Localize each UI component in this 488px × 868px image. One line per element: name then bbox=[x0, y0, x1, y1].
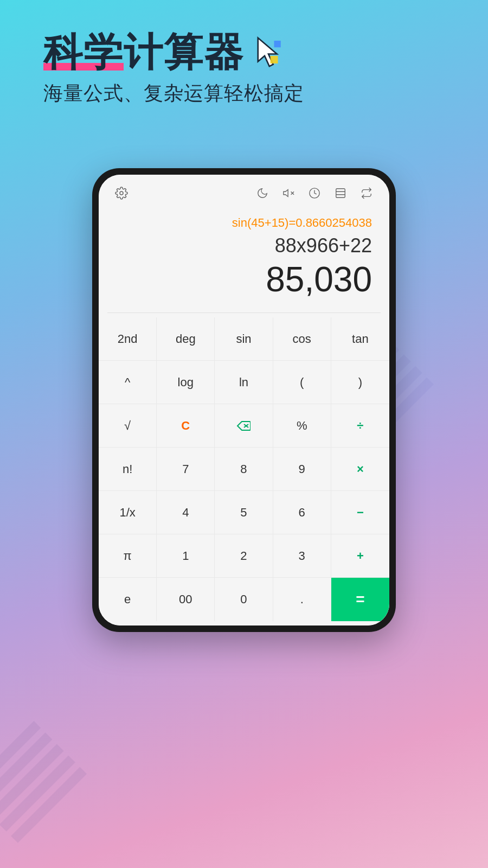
moon-button[interactable] bbox=[255, 186, 270, 201]
prev-result: =0.8660254038 bbox=[288, 216, 372, 229]
key-2nd[interactable]: 2nd bbox=[99, 317, 157, 361]
key-2[interactable]: 2 bbox=[215, 534, 273, 578]
key-1[interactable]: 1 bbox=[157, 534, 215, 578]
top-bar-icons bbox=[255, 186, 374, 201]
phone-mockup: sin(45+15)=0.8660254038 88x966+22 85,030… bbox=[92, 168, 396, 632]
keypad: 2nd deg sin cos tan ^ log ln ( ) bbox=[99, 313, 389, 626]
key-equals[interactable]: = bbox=[331, 578, 389, 621]
key-multiply[interactable]: × bbox=[331, 448, 389, 491]
current-result: 85,030 bbox=[116, 259, 372, 299]
key-close-paren[interactable]: ) bbox=[331, 361, 389, 404]
top-bar bbox=[99, 175, 389, 207]
key-open-paren[interactable]: ( bbox=[273, 361, 331, 404]
key-sqrt[interactable]: √ bbox=[99, 404, 157, 448]
svg-marker-4 bbox=[284, 190, 288, 197]
key-5[interactable]: 5 bbox=[215, 491, 273, 534]
key-row-3: √ C % ÷ bbox=[99, 404, 389, 448]
key-4[interactable]: 4 bbox=[157, 491, 215, 534]
cursor-icon bbox=[249, 33, 287, 71]
key-backspace[interactable] bbox=[215, 404, 273, 448]
key-0[interactable]: 0 bbox=[215, 578, 273, 621]
svg-point-3 bbox=[120, 192, 123, 195]
key-add[interactable]: + bbox=[331, 534, 389, 578]
svg-rect-2 bbox=[274, 41, 281, 47]
key-row-4: n! 7 8 9 × bbox=[99, 448, 389, 491]
header: 科学计算器 海量公式、复杂运算轻松搞定 bbox=[43, 33, 445, 107]
key-clear[interactable]: C bbox=[157, 404, 215, 448]
prev-expression: sin(45+15) bbox=[232, 216, 289, 229]
mute-button[interactable] bbox=[281, 186, 296, 201]
settings-button[interactable] bbox=[114, 186, 129, 201]
history-button[interactable] bbox=[307, 186, 322, 201]
key-ln[interactable]: ln bbox=[215, 361, 273, 404]
key-pi[interactable]: π bbox=[99, 534, 157, 578]
key-row-1: 2nd deg sin cos tan bbox=[99, 317, 389, 361]
key-3[interactable]: 3 bbox=[273, 534, 331, 578]
previous-calculation: sin(45+15)=0.8660254038 bbox=[116, 216, 372, 230]
current-expression: 88x966+22 bbox=[116, 234, 372, 257]
key-log[interactable]: log bbox=[157, 361, 215, 404]
svg-rect-1 bbox=[271, 56, 278, 63]
phone-frame: sin(45+15)=0.8660254038 88x966+22 85,030… bbox=[92, 168, 396, 632]
key-6[interactable]: 6 bbox=[273, 491, 331, 534]
key-cos[interactable]: cos bbox=[273, 317, 331, 361]
key-sin[interactable]: sin bbox=[215, 317, 273, 361]
key-8[interactable]: 8 bbox=[215, 448, 273, 491]
key-deg[interactable]: deg bbox=[157, 317, 215, 361]
key-e[interactable]: e bbox=[99, 578, 157, 621]
key-decimal[interactable]: . bbox=[273, 578, 331, 621]
key-7[interactable]: 7 bbox=[157, 448, 215, 491]
key-double-zero[interactable]: 00 bbox=[157, 578, 215, 621]
key-tan[interactable]: tan bbox=[331, 317, 389, 361]
key-power[interactable]: ^ bbox=[99, 361, 157, 404]
decoration-stripes-left bbox=[0, 715, 130, 803]
swap-button[interactable] bbox=[359, 186, 374, 201]
app-title: 科学计算器 bbox=[43, 33, 244, 72]
key-9[interactable]: 9 bbox=[273, 448, 331, 491]
key-row-2: ^ log ln ( ) bbox=[99, 361, 389, 404]
svg-rect-8 bbox=[336, 189, 345, 198]
key-row-6: π 1 2 3 + bbox=[99, 534, 389, 578]
app-subtitle: 海量公式、复杂运算轻松搞定 bbox=[43, 80, 445, 107]
key-subtract[interactable]: − bbox=[331, 491, 389, 534]
title-highlight: 科学 bbox=[43, 33, 124, 72]
display-area: sin(45+15)=0.8660254038 88x966+22 85,030 bbox=[99, 207, 389, 312]
key-factorial[interactable]: n! bbox=[99, 448, 157, 491]
key-reciprocal[interactable]: 1/x bbox=[99, 491, 157, 534]
phone-screen: sin(45+15)=0.8660254038 88x966+22 85,030… bbox=[99, 175, 389, 626]
key-percent[interactable]: % bbox=[273, 404, 331, 448]
key-row-7: e 00 0 . = bbox=[99, 578, 389, 621]
key-divide[interactable]: ÷ bbox=[331, 404, 389, 448]
layout-button[interactable] bbox=[333, 186, 348, 201]
key-row-5: 1/x 4 5 6 − bbox=[99, 491, 389, 534]
